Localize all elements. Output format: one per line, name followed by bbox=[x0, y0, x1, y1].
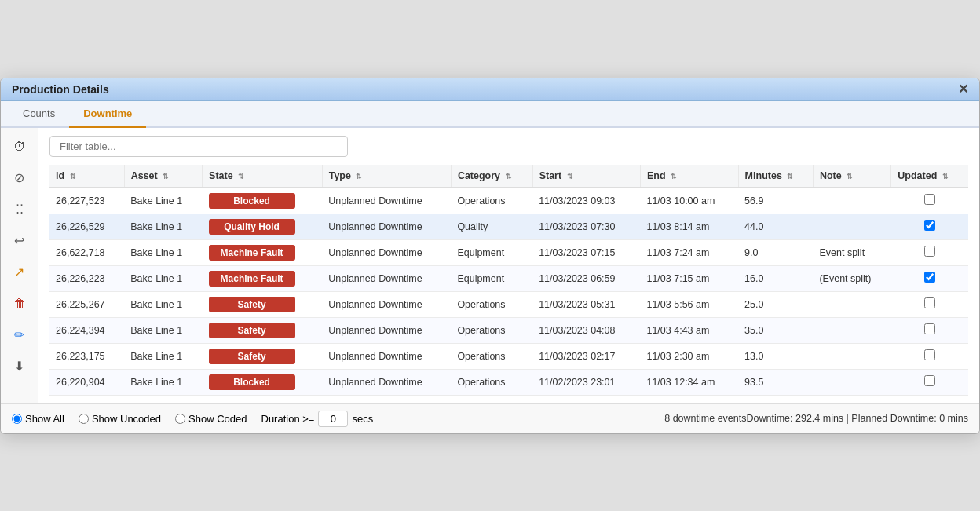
updated-checkbox[interactable] bbox=[924, 246, 935, 257]
col-type[interactable]: Type ⇅ bbox=[322, 165, 451, 188]
cell-type: Unplanned Downtime bbox=[322, 317, 451, 343]
cell-state: Quality Hold bbox=[203, 214, 323, 239]
cell-note bbox=[813, 291, 890, 317]
edit-icon[interactable]: ✏ bbox=[9, 324, 31, 346]
ban-icon[interactable]: ⊘ bbox=[9, 167, 31, 189]
cell-asset: Bake Line 1 bbox=[124, 239, 202, 265]
col-note[interactable]: Note ⇅ bbox=[813, 165, 890, 188]
sort-icon-state: ⇅ bbox=[238, 173, 244, 181]
show-all-radio[interactable]: Show All bbox=[12, 413, 64, 425]
table-row[interactable]: 26,226,223 Bake Line 1 Machine Fault Unp… bbox=[49, 265, 968, 291]
production-details-modal: Production Details ✕ Counts Downtime ⏱ ⊘… bbox=[0, 78, 980, 434]
state-badge: Blocked bbox=[209, 374, 295, 390]
updated-checkbox[interactable] bbox=[924, 194, 935, 205]
col-minutes[interactable]: Minutes ⇅ bbox=[738, 165, 813, 188]
cell-minutes: 25.0 bbox=[738, 291, 813, 317]
sidebar: ⏱ ⊘ ⁚⁚ ↩ ↗ 🗑 ✏ ⬇ bbox=[1, 128, 38, 403]
show-coded-radio[interactable]: Show Coded bbox=[175, 413, 247, 425]
table-row[interactable]: 26,622,718 Bake Line 1 Machine Fault Unp… bbox=[49, 239, 968, 265]
table-row[interactable]: 26,226,529 Bake Line 1 Quality Hold Unpl… bbox=[49, 214, 968, 239]
cell-updated[interactable] bbox=[891, 343, 968, 369]
table-row[interactable]: 26,227,523 Bake Line 1 Blocked Unplanned… bbox=[49, 188, 968, 214]
col-asset[interactable]: Asset ⇅ bbox=[124, 165, 202, 188]
cell-start: 11/03/2023 06:59 bbox=[532, 265, 640, 291]
col-updated[interactable]: Updated ⇅ bbox=[891, 165, 968, 188]
updated-checkbox[interactable] bbox=[924, 323, 935, 334]
cell-state: Machine Fault bbox=[203, 265, 323, 291]
updated-checkbox[interactable] bbox=[924, 375, 935, 386]
content-area: ⏱ ⊘ ⁚⁚ ↩ ↗ 🗑 ✏ ⬇ id ⇅ Asset ⇅ State ⇅ Ty… bbox=[1, 128, 979, 403]
cell-category: Operations bbox=[451, 291, 532, 317]
col-category[interactable]: Category ⇅ bbox=[451, 165, 532, 188]
cell-end: 11/03 5:56 am bbox=[640, 291, 738, 317]
state-badge: Safety bbox=[209, 323, 295, 338]
updated-checkbox[interactable] bbox=[924, 220, 935, 231]
cell-start: 11/03/2023 07:15 bbox=[532, 239, 640, 265]
col-start[interactable]: Start ⇅ bbox=[532, 165, 640, 188]
cell-updated[interactable] bbox=[891, 188, 968, 214]
tab-counts[interactable]: Counts bbox=[9, 101, 69, 128]
show-all-label: Show All bbox=[25, 413, 64, 425]
table-row[interactable]: 26,225,267 Bake Line 1 Safety Unplanned … bbox=[49, 291, 968, 317]
cell-updated[interactable] bbox=[891, 214, 968, 239]
cell-note bbox=[813, 369, 890, 395]
filter-bar bbox=[49, 136, 968, 157]
cell-minutes: 13.0 bbox=[738, 343, 813, 369]
cell-category: Operations bbox=[451, 317, 532, 343]
table-row[interactable]: 26,223,175 Bake Line 1 Safety Unplanned … bbox=[49, 343, 968, 369]
tab-bar: Counts Downtime bbox=[1, 101, 979, 128]
sort-icon-note: ⇅ bbox=[847, 173, 853, 181]
cell-updated[interactable] bbox=[891, 317, 968, 343]
tab-downtime[interactable]: Downtime bbox=[69, 101, 146, 128]
cell-minutes: 56.9 bbox=[738, 188, 813, 214]
grid-icon[interactable]: ⁚⁚ bbox=[9, 199, 31, 221]
clock-icon[interactable]: ⏱ bbox=[9, 136, 31, 158]
updated-checkbox[interactable] bbox=[924, 297, 935, 308]
cell-minutes: 35.0 bbox=[738, 317, 813, 343]
cell-updated[interactable] bbox=[891, 291, 968, 317]
show-uncoded-radio[interactable]: Show Uncoded bbox=[79, 413, 161, 425]
updated-checkbox[interactable] bbox=[924, 272, 935, 283]
col-id[interactable]: id ⇅ bbox=[49, 165, 124, 188]
cell-start: 11/03/2023 02:17 bbox=[532, 343, 640, 369]
download-icon[interactable]: ⬇ bbox=[9, 356, 31, 378]
cell-note: (Event split) bbox=[813, 265, 890, 291]
cell-type: Unplanned Downtime bbox=[322, 265, 451, 291]
sort-icon-start: ⇅ bbox=[567, 173, 573, 181]
close-button[interactable]: ✕ bbox=[958, 83, 968, 96]
cell-type: Unplanned Downtime bbox=[322, 214, 451, 239]
cell-id: 26,226,529 bbox=[49, 214, 124, 239]
undo-icon[interactable]: ↩ bbox=[9, 230, 31, 252]
cell-updated[interactable] bbox=[891, 265, 968, 291]
cell-asset: Bake Line 1 bbox=[124, 369, 202, 395]
col-state[interactable]: State ⇅ bbox=[203, 165, 323, 188]
cell-end: 11/03 4:43 am bbox=[640, 317, 738, 343]
show-coded-label: Show Coded bbox=[188, 413, 247, 425]
cell-updated[interactable] bbox=[891, 369, 968, 395]
cell-start: 11/03/2023 09:03 bbox=[532, 188, 640, 214]
cell-id: 26,220,904 bbox=[49, 369, 124, 395]
cell-id: 26,223,175 bbox=[49, 343, 124, 369]
footer-left: Show All Show Uncoded Show Coded Duratio… bbox=[12, 411, 373, 427]
cell-state: Safety bbox=[203, 291, 323, 317]
table-row[interactable]: 26,220,904 Bake Line 1 Blocked Unplanned… bbox=[49, 369, 968, 395]
sort-icon-updated: ⇅ bbox=[942, 173, 949, 181]
cell-asset: Bake Line 1 bbox=[124, 214, 202, 239]
updated-checkbox[interactable] bbox=[924, 349, 935, 360]
cell-category: Quality bbox=[451, 214, 532, 239]
duration-label: Duration >= bbox=[261, 413, 315, 425]
cell-updated[interactable] bbox=[891, 239, 968, 265]
filter-input[interactable] bbox=[49, 136, 348, 157]
col-end[interactable]: End ⇅ bbox=[640, 165, 738, 188]
split-icon[interactable]: ↗ bbox=[9, 261, 31, 283]
table-row[interactable]: 26,224,394 Bake Line 1 Safety Unplanned … bbox=[49, 317, 968, 343]
cell-start: 11/02/2023 23:01 bbox=[532, 369, 640, 395]
cell-minutes: 9.0 bbox=[738, 239, 813, 265]
footer: Show All Show Uncoded Show Coded Duratio… bbox=[1, 403, 979, 433]
duration-unit: secs bbox=[352, 413, 373, 425]
duration-input[interactable] bbox=[318, 411, 348, 427]
cell-start: 11/03/2023 05:31 bbox=[532, 291, 640, 317]
cell-category: Operations bbox=[451, 188, 532, 214]
cell-note bbox=[813, 317, 890, 343]
delete-icon[interactable]: 🗑 bbox=[9, 293, 31, 315]
